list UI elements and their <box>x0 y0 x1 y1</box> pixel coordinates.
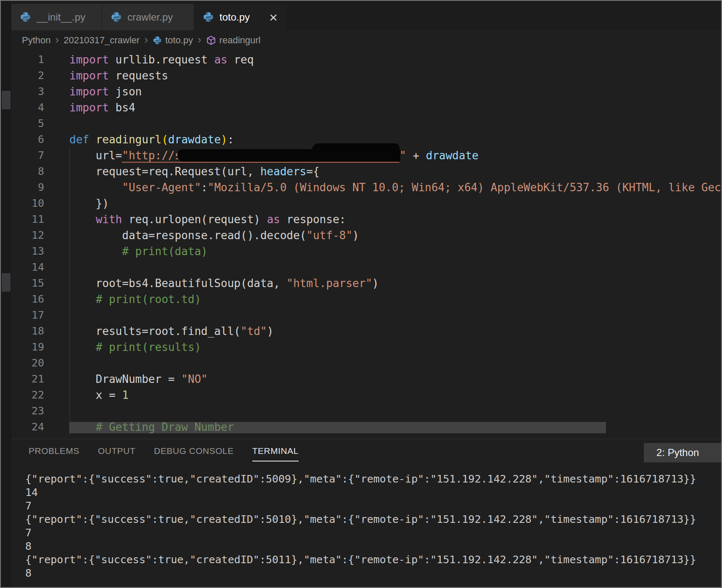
code-text: request=req.Request(url, headers={ <box>69 165 320 178</box>
breadcrumb-label: toto.py <box>165 35 193 46</box>
python-icon <box>20 11 31 23</box>
breadcrumb-item-python[interactable]: Python <box>22 35 51 46</box>
code-text: # print(results) <box>69 341 201 353</box>
code-line-15: 15 root=bs4.BeautifulSoup(data, "html.pa… <box>11 275 722 291</box>
code-line-16: 16 # print(root.td) <box>11 291 722 307</box>
indent-guide <box>69 307 70 323</box>
bottom-panel: PROBLEMSOUTPUTDEBUG CONSOLETERMINAL 2: P… <box>11 439 721 587</box>
code-line-5: 5 <box>11 116 722 132</box>
line-number: 9 <box>11 179 44 195</box>
indent-guide <box>69 291 70 307</box>
close-icon[interactable]: × <box>268 12 278 23</box>
line-number: 16 <box>11 291 44 307</box>
breadcrumb-separator-icon: › <box>51 33 64 47</box>
url-link-underline <box>122 162 399 163</box>
terminal-line: 8 <box>25 540 721 553</box>
code-line-3: 3import json <box>11 84 722 100</box>
code-line-13: 13 # print(data) <box>11 243 722 259</box>
panel-tab-terminal[interactable]: TERMINAL <box>252 446 299 461</box>
code-text: "User-Agent":"Mozilla/5.0 (Windows NT 10… <box>69 181 722 194</box>
code-text: results=root.find_all("td") <box>69 325 273 338</box>
code-text: root=bs4.BeautifulSoup(data, "html.parse… <box>69 277 379 290</box>
code-line-19: 19 # print(results) <box>11 339 722 355</box>
tab-crawler[interactable]: crawler.py <box>102 4 194 30</box>
code-text: # print(data) <box>69 245 208 258</box>
indent-guide <box>69 371 70 387</box>
python-icon <box>20 11 31 23</box>
indent-guide <box>69 323 70 339</box>
line-number: 2 <box>11 68 44 84</box>
line-number: 15 <box>11 275 44 291</box>
code-line-12: 12 data=response.read().decode("utf-8") <box>11 227 722 243</box>
line-number: 5 <box>11 116 44 132</box>
code-text: DrawNumber = "NO" <box>69 373 208 385</box>
terminal-line: {"report":{"success":true,"createdID":50… <box>25 472 721 486</box>
panel-tab-debug-console[interactable]: DEBUG CONSOLE <box>154 446 234 461</box>
terminal-line: {"report":{"success":true,"createdID":50… <box>25 553 721 567</box>
code-text: # print(root.td) <box>69 293 201 306</box>
panel-tab-problems[interactable]: PROBLEMS <box>29 446 79 461</box>
code-text: import requests <box>69 69 168 82</box>
code-line-21: 21 DrawNumber = "NO" <box>11 371 722 387</box>
code-text: import urllib.request as req <box>69 53 254 66</box>
tab-toto[interactable]: toto.py× <box>194 4 287 30</box>
line-number: 20 <box>11 355 44 371</box>
code-text: import bs4 <box>69 101 135 114</box>
code-text: x = 1 <box>69 389 129 401</box>
line-number: 11 <box>11 211 44 227</box>
line-number: 22 <box>11 387 44 403</box>
symbol-method-icon <box>206 35 216 45</box>
line-number: 19 <box>11 339 44 355</box>
symbol-method-icon <box>206 35 216 45</box>
breadcrumb-item-readingurl[interactable]: readingurl <box>206 35 261 46</box>
breadcrumb-label: Python <box>22 35 51 46</box>
code-line-9: 9 "User-Agent":"Mozilla/5.0 (Windows NT … <box>11 179 722 195</box>
terminal-line: {"report":{"success":true,"createdID":50… <box>25 513 721 526</box>
vscode-window: __init__.pycrawler.pytoto.py× Python›202… <box>0 0 722 588</box>
line-number: 4 <box>11 100 44 116</box>
indent-guide <box>69 148 70 163</box>
indent-guide <box>69 243 70 259</box>
breadcrumb-item-toto-py[interactable]: toto.py <box>153 35 193 46</box>
indent-guide <box>69 355 70 371</box>
line-number: 17 <box>11 307 44 323</box>
left-gutter <box>1 1 11 587</box>
indent-guide <box>69 163 70 179</box>
breadcrumb-label: 20210317_crawler <box>63 35 140 46</box>
code-text: def readingurl(drawdate): <box>69 133 234 146</box>
tab-init[interactable]: __init__.py <box>11 4 102 30</box>
line-number: 24 <box>11 419 44 435</box>
python-icon <box>153 36 162 45</box>
code-line-8: 8 request=req.Request(url, headers={ <box>11 163 722 179</box>
line-number: 10 <box>11 195 44 211</box>
code-editor[interactable]: 1import urllib.request as req2import req… <box>11 50 722 439</box>
line-number: 12 <box>11 227 44 243</box>
indent-guide <box>69 195 70 211</box>
line-number: 13 <box>11 243 44 259</box>
tab-label: crawler.py <box>127 11 173 23</box>
redaction-overlay <box>312 143 399 162</box>
breadcrumb-item-20210317-crawler[interactable]: 20210317_crawler <box>63 35 140 46</box>
breadcrumb-separator-icon: › <box>193 33 206 47</box>
code-line-22: 22 x = 1 <box>11 387 722 403</box>
terminal-output[interactable]: {"report":{"success":true,"createdID":50… <box>25 472 721 580</box>
indent-guide <box>69 387 70 403</box>
code-line-14: 14 <box>11 259 722 275</box>
code-text: }) <box>69 197 109 210</box>
code-line-11: 11 with req.urlopen(request) as response… <box>11 211 722 227</box>
code-line-2: 2import requests <box>11 68 722 84</box>
terminal-selector-dropdown[interactable]: 2: Python <box>644 443 721 462</box>
code-line-23: 23 <box>11 403 722 419</box>
code-line-18: 18 results=root.find_all("td") <box>11 323 722 339</box>
code-line-1: 1import urllib.request as req <box>11 52 722 68</box>
horizontal-scrollbar-thumb[interactable] <box>69 422 606 433</box>
code-text: import json <box>69 85 142 98</box>
python-icon <box>203 11 214 23</box>
line-number: 3 <box>11 84 44 100</box>
line-number: 21 <box>11 371 44 387</box>
line-number: 8 <box>11 163 44 179</box>
panel-tab-output[interactable]: OUTPUT <box>98 446 135 461</box>
line-number: 7 <box>11 148 44 163</box>
terminal-line: 8 <box>25 567 721 580</box>
indent-guide <box>69 275 70 291</box>
